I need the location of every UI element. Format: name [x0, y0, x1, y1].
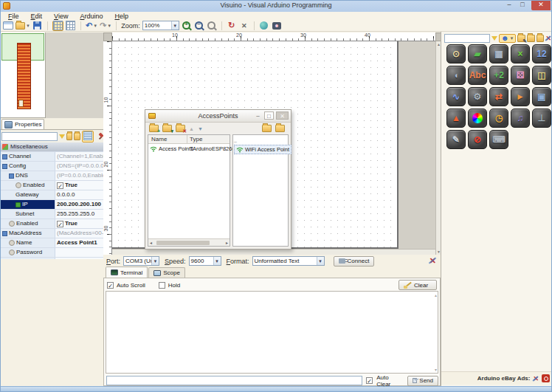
save-button[interactable]: [32, 21, 43, 31]
toolbox-magnifier-icon[interactable]: ⊙: [446, 44, 466, 63]
pin-icon[interactable]: [98, 133, 102, 140]
scroll-up-icon[interactable]: ▴: [435, 292, 437, 298]
grid-toggle-button[interactable]: [66, 21, 76, 31]
toolbox-digital-icon[interactable]: 12: [532, 44, 551, 63]
property-name[interactable]: Subnet: [0, 210, 55, 219]
toolbox-colors-icon[interactable]: [468, 109, 487, 128]
property-row-name[interactable]: NameAccess Point1: [0, 238, 103, 248]
property-name[interactable]: Enabled: [0, 219, 55, 228]
property-row-enabled[interactable]: Enabled✓True: [0, 219, 103, 229]
layout-toggle-button[interactable]: [52, 21, 63, 31]
palette-item-wifi-access-point[interactable]: WiFi Access Point: [234, 145, 291, 154]
insert-item-icon[interactable]: ▾: [162, 125, 172, 132]
property-name[interactable]: IP: [0, 200, 55, 209]
move-down-icon[interactable]: ▼: [198, 126, 203, 131]
property-name[interactable]: Enabled: [0, 181, 55, 190]
view-list-button[interactable]: [82, 131, 94, 142]
web-button[interactable]: [259, 21, 269, 31]
property-row-gateway[interactable]: Gateway0.0.0.0: [0, 190, 103, 200]
open-project-button[interactable]: ▼: [15, 21, 30, 31]
auto-scroll-checkbox[interactable]: ✓: [107, 282, 114, 289]
value-checkbox[interactable]: ✓: [57, 221, 63, 227]
send-button[interactable]: Send: [407, 376, 438, 386]
property-name[interactable]: Config: [0, 162, 55, 171]
connect-button[interactable]: Connect: [334, 256, 375, 267]
canvas-horizontal-scrollbar[interactable]: [112, 249, 435, 255]
tab-scope[interactable]: Scope: [148, 267, 185, 278]
port-select[interactable]: COM3 (Unav▼: [123, 256, 159, 266]
toolbox-logging-icon[interactable]: ✎: [446, 130, 466, 149]
terminal-output[interactable]: ▴ ▾: [106, 291, 438, 374]
property-value[interactable]: (IP=0.0.0.0,Enable...: [55, 171, 103, 180]
column-name[interactable]: Name: [151, 136, 167, 142]
zoom-out-button[interactable]: −: [194, 21, 204, 31]
zoom-reset-button[interactable]: [207, 21, 217, 31]
expand-all-icon[interactable]: [66, 133, 72, 140]
properties-filter-input[interactable]: [1, 132, 58, 141]
tab-terminal[interactable]: Terminal: [106, 267, 148, 278]
property-row-ip[interactable]: IP200.200.200.100: [0, 200, 103, 210]
property-row-enabled[interactable]: Enabled✓True: [0, 181, 103, 190]
toolbox-text-icon[interactable]: Abc: [468, 66, 487, 85]
auto-clear-checkbox[interactable]: ✓: [366, 377, 373, 384]
list-header[interactable]: Name Type: [148, 135, 230, 144]
property-value[interactable]: 255.255.255.0: [55, 210, 103, 219]
overview-minimap[interactable]: [0, 32, 46, 118]
property-value[interactable]: ✓True: [55, 181, 103, 190]
expand-categories-icon[interactable]: [262, 125, 272, 132]
menu-item-view[interactable]: View: [49, 13, 73, 20]
property-value[interactable]: 200.200.200.100: [55, 200, 103, 209]
dialog-maximize-button[interactable]: □: [264, 111, 274, 120]
toolbox-measurement-icon[interactable]: ◫: [532, 66, 551, 85]
collapse-all-icon[interactable]: [74, 133, 80, 140]
toolbox-keyboard-icon[interactable]: ⌨: [489, 130, 508, 149]
property-row-macaddress[interactable]: MacAddress(MacAddress=00-00-0...: [0, 229, 103, 238]
property-value[interactable]: ✓True: [55, 219, 103, 228]
property-name[interactable]: Name: [0, 238, 55, 247]
move-up-icon[interactable]: ▲: [189, 126, 194, 131]
value-checkbox[interactable]: ✓: [57, 182, 63, 189]
property-value[interactable]: 0.0.0.0: [55, 190, 103, 199]
property-value[interactable]: [55, 248, 103, 257]
menu-item-arduino[interactable]: Arduino: [75, 13, 108, 20]
maximize-button[interactable]: □: [517, 0, 528, 10]
hold-checkbox[interactable]: [159, 282, 165, 289]
scroll-down-icon[interactable]: ▾: [435, 367, 437, 372]
column-divider[interactable]: [187, 135, 187, 144]
undo-button[interactable]: ↶▼: [86, 21, 97, 31]
clear-button[interactable]: Clear: [399, 280, 437, 290]
menu-item-file[interactable]: File: [3, 13, 24, 20]
new-project-button[interactable]: [3, 21, 13, 31]
property-row-subnet[interactable]: Subnet255.255.255.0: [0, 210, 103, 219]
list-horizontal-scrollbar[interactable]: ◂ ▸: [148, 238, 230, 246]
scroll-right-icon[interactable]: ▸: [226, 240, 228, 245]
toolbox-mechanical-icon[interactable]: ⚙: [468, 87, 487, 106]
toolbox-connections-icon[interactable]: ×: [511, 44, 530, 63]
dialog-minimize-button[interactable]: –: [253, 111, 263, 120]
property-row-channel[interactable]: Channel(Channel=1,Enabled=...: [0, 152, 103, 162]
add-item-icon[interactable]: +: [149, 125, 159, 132]
community-button[interactable]: ☻: [272, 21, 282, 31]
refresh-button[interactable]: ↻: [227, 21, 237, 31]
property-value[interactable]: Access Point1: [55, 238, 103, 247]
delete-button[interactable]: ✕: [239, 21, 249, 31]
toolbox-sound-icon[interactable]: ♫: [511, 109, 530, 128]
toolbox-math-icon[interactable]: +2: [489, 66, 508, 85]
property-value[interactable]: (Channel=1,Enabled=...: [55, 152, 103, 161]
close-button[interactable]: ✕: [531, 0, 551, 10]
property-name[interactable]: Password: [0, 248, 55, 257]
toolbox-charts-icon[interactable]: ▲: [446, 109, 466, 128]
property-name[interactable]: DNS: [0, 171, 55, 180]
property-row-config[interactable]: Config(DNS=(IP=0.0.0.0,En...: [0, 162, 103, 171]
dialog-close-button[interactable]: ✕: [276, 111, 289, 120]
collapse-categories-icon[interactable]: [275, 125, 285, 132]
toolbox-mouse-icon[interactable]: ◖: [446, 66, 466, 85]
toolbox-computers-icon[interactable]: ▣: [532, 87, 551, 106]
stop-ads-icon[interactable]: [542, 374, 550, 382]
ads-settings-icon[interactable]: ✕: [533, 375, 539, 382]
property-name[interactable]: Channel: [0, 152, 55, 161]
toolbox-plumbing-icon[interactable]: ⊥: [532, 109, 551, 128]
toolbox-power-icon[interactable]: ⊘: [468, 130, 487, 149]
property-name[interactable]: MacAddress: [0, 229, 55, 238]
toolbox-time-icon[interactable]: ◷: [489, 109, 508, 128]
